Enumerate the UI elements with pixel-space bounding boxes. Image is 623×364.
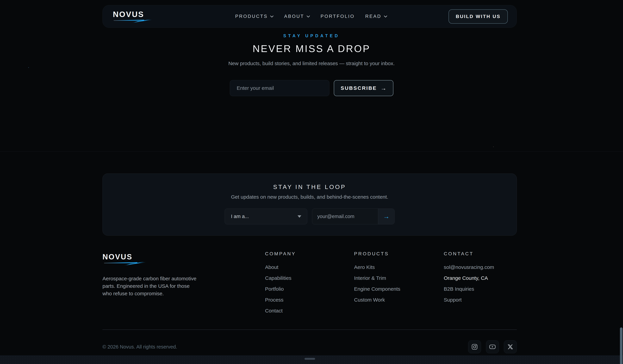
instagram-button[interactable] bbox=[468, 340, 481, 353]
subscribe-label: SUBSCRIBE bbox=[341, 85, 377, 91]
footer-column-heading: CONTACT bbox=[444, 251, 494, 257]
footer-link-b2b-inquiries[interactable]: B2B Inquiries bbox=[444, 286, 494, 297]
background-speck bbox=[28, 67, 29, 68]
hero-email-input[interactable] bbox=[230, 80, 329, 96]
loop-card-subtitle: Get updates on new products, builds, and… bbox=[103, 194, 517, 200]
copyright-text: © 2026 Novus. All rights reserved. bbox=[102, 344, 177, 350]
caret-down-icon bbox=[298, 215, 301, 218]
nav-item-about[interactable]: ABOUT bbox=[284, 14, 310, 19]
arrow-right-icon: → bbox=[381, 85, 386, 91]
hero-eyebrow: STAY UPDATED bbox=[0, 33, 623, 38]
instagram-icon bbox=[471, 344, 478, 350]
footer-link-portfolio[interactable]: Portfolio bbox=[265, 286, 296, 297]
scrollbar-thumb[interactable] bbox=[620, 327, 623, 364]
footer-brand: NOVUS Aerospace-grade carbon fiber autom… bbox=[102, 253, 205, 297]
footer-description: Aerospace-grade carbon fiber automotive … bbox=[102, 275, 200, 297]
footer-column-heading: COMPANY bbox=[265, 251, 296, 257]
nav-item-label: PORTFOLIO bbox=[320, 14, 355, 19]
footer-link-about[interactable]: About bbox=[265, 264, 296, 275]
bottom-bar bbox=[0, 355, 623, 364]
footer-link-email[interactable]: sol@novusracing.com bbox=[444, 264, 494, 275]
chevron-down-icon bbox=[384, 16, 387, 18]
page: NOVUS PRODUCTS ABOUT bbox=[0, 0, 623, 364]
stay-in-loop-card: STAY IN THE LOOP Get updates on new prod… bbox=[102, 173, 517, 236]
nav-item-products[interactable]: PRODUCTS bbox=[235, 14, 274, 19]
x-icon bbox=[507, 344, 513, 350]
loop-card-title: STAY IN THE LOOP bbox=[103, 184, 517, 190]
nav-item-label: ABOUT bbox=[284, 14, 304, 19]
loop-email-input[interactable] bbox=[312, 209, 378, 224]
footer-link-interior-trim[interactable]: Interior & Trim bbox=[354, 275, 400, 286]
loop-email-group: → bbox=[312, 209, 395, 224]
footer-divider bbox=[102, 329, 517, 330]
build-with-us-button[interactable]: BUILD WITH US bbox=[448, 9, 508, 24]
top-nav: NOVUS PRODUCTS ABOUT bbox=[102, 5, 517, 28]
nav-menu: PRODUCTS ABOUT PORTFOLIO READ bbox=[235, 14, 387, 19]
audience-select[interactable]: I am a... bbox=[225, 209, 307, 224]
loop-submit-button[interactable]: → bbox=[378, 209, 394, 224]
hero-subscribe-form: SUBSCRIBE → bbox=[0, 80, 623, 96]
youtube-button[interactable] bbox=[486, 340, 499, 353]
footer-column-company: COMPANY About Capabilities Portfolio Pro… bbox=[265, 251, 296, 319]
footer-link-engine-components[interactable]: Engine Components bbox=[354, 286, 400, 297]
hero-title: NEVER MISS A DROP bbox=[0, 43, 623, 54]
logo-swoosh-icon bbox=[113, 19, 153, 23]
footer-column-heading: PRODUCTS bbox=[354, 251, 400, 257]
footer-column-contact: CONTACT sol@novusracing.com Orange Count… bbox=[444, 251, 494, 308]
logo-wordmark: NOVUS bbox=[102, 253, 205, 261]
footer-link-contact[interactable]: Contact bbox=[265, 308, 296, 319]
youtube-icon bbox=[489, 343, 496, 350]
chevron-down-icon bbox=[307, 16, 310, 18]
hero-subtitle: New products, build stories, and limited… bbox=[0, 61, 623, 66]
loop-card-form: I am a... → bbox=[103, 209, 517, 224]
nav-item-read[interactable]: READ bbox=[365, 14, 387, 19]
footer-location: Orange County, CA bbox=[444, 275, 494, 286]
nav-item-portfolio[interactable]: PORTFOLIO bbox=[320, 14, 355, 19]
logo-swoosh-icon bbox=[102, 261, 148, 265]
footer-column-products: PRODUCTS Aero Kits Interior & Trim Engin… bbox=[354, 251, 400, 308]
footer-logo[interactable]: NOVUS bbox=[102, 253, 205, 265]
audience-select-value: I am a... bbox=[231, 214, 249, 219]
footer-link-aero-kits[interactable]: Aero Kits bbox=[354, 264, 400, 275]
footer-link-support[interactable]: Support bbox=[444, 297, 494, 308]
chevron-down-icon bbox=[270, 16, 273, 18]
arrow-right-icon: → bbox=[383, 213, 390, 220]
footer-link-capabilities[interactable]: Capabilities bbox=[265, 275, 296, 286]
nav-item-label: READ bbox=[365, 14, 381, 19]
x-button[interactable] bbox=[504, 340, 517, 353]
drag-handle[interactable] bbox=[305, 358, 315, 360]
footer-link-custom-work[interactable]: Custom Work bbox=[354, 297, 400, 308]
logo-wordmark: NOVUS bbox=[113, 10, 153, 18]
nav-item-label: PRODUCTS bbox=[235, 14, 268, 19]
subscribe-button[interactable]: SUBSCRIBE → bbox=[334, 80, 393, 96]
social-links bbox=[468, 340, 517, 353]
background-speck bbox=[493, 147, 494, 147]
footer-link-process[interactable]: Process bbox=[265, 297, 296, 308]
nav-logo[interactable]: NOVUS bbox=[113, 10, 153, 23]
